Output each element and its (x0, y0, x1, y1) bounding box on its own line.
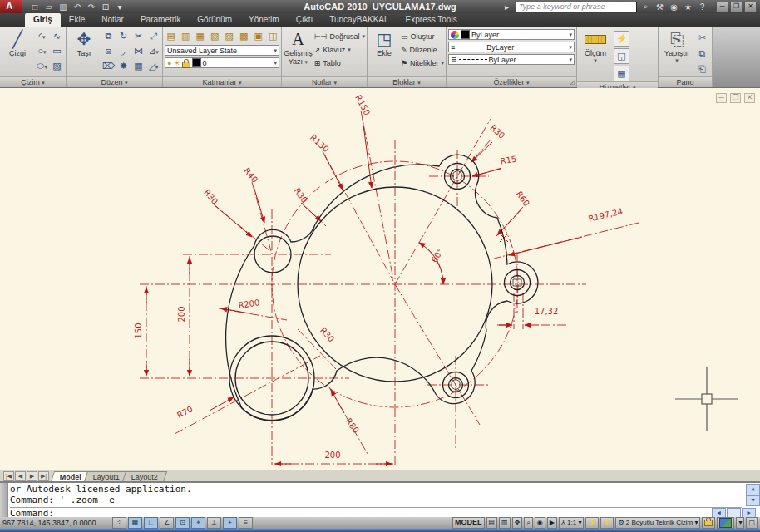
copy-clip-icon[interactable]: ⧉ (695, 47, 709, 61)
qat-dropdown-icon[interactable]: ▾ (114, 2, 126, 12)
linetype-combo[interactable]: ≣ ByLayer▾ (448, 54, 575, 65)
rectangle-icon[interactable]: ▭ (50, 44, 64, 58)
table-button[interactable]: ⊞ Tablo (314, 57, 365, 69)
subscription-icon[interactable]: ⚒ (654, 2, 665, 12)
otrack-toggle[interactable]: ⌖ (191, 517, 205, 529)
application-menu-button[interactable]: A▾ (0, 0, 22, 13)
calculator-icon[interactable]: ▦ (614, 66, 629, 81)
ellipse-icon[interactable]: ⬭▾ (35, 59, 49, 73)
last-tab-icon[interactable]: ▶| (38, 471, 49, 481)
tab-tuncaybakkal[interactable]: TuncayBAKKAL (321, 13, 397, 27)
panel-title-bloklar[interactable]: Bloklar ▾ (368, 76, 446, 87)
viewport-close-icon[interactable]: ✕ (744, 93, 755, 103)
minimize-button[interactable]: ─ (716, 2, 728, 12)
new-icon[interactable]: □ (29, 2, 41, 12)
edit-block-button[interactable]: ✎ Düzenle (401, 44, 444, 56)
layer-match-icon[interactable]: ▥ (180, 29, 193, 43)
redo-icon[interactable]: ↷ (86, 2, 97, 12)
zoom-icon[interactable]: ⌕ (524, 517, 532, 529)
create-block-button[interactable]: ▭ Oluştur (401, 31, 444, 42)
insert-block-button[interactable]: ◳ Ekle (369, 29, 399, 57)
next-tab-icon[interactable]: ▶ (27, 471, 37, 481)
autoscale-icon[interactable]: ⚡ (600, 517, 614, 529)
move-button[interactable]: ✥ Taşı (68, 29, 100, 57)
tab-yonetim[interactable]: Yönetim (240, 13, 288, 27)
quick-view-drawings-icon[interactable]: ▥ (499, 517, 511, 529)
layer-off-icon[interactable]: ▩ (238, 29, 251, 43)
layer-freeze-icon[interactable]: ▨ (223, 29, 236, 43)
cut-icon[interactable]: ✂ (695, 31, 709, 45)
linear-dimension-button[interactable]: ⊢⊣ Doğrusal▾ (314, 31, 365, 42)
stretch-icon[interactable]: ⊿▾ (146, 44, 160, 58)
osnap-toggle[interactable]: ⊡ (175, 517, 190, 529)
annotation-visibility-icon[interactable]: ⚡ (585, 517, 599, 529)
array-icon[interactable]: ▦ (131, 59, 146, 73)
layer-unlock-icon[interactable]: ◫ (267, 29, 280, 43)
drawing-area[interactable]: ─ ❐ ✕ (0, 88, 760, 470)
layer-combo[interactable]: ● ☀ 0▾ (165, 57, 279, 68)
circle-icon[interactable]: ○▾ (35, 44, 49, 58)
attributes-button[interactable]: ⚑ Nitelikler▾ (401, 57, 444, 69)
explode-icon[interactable]: ✸ (116, 59, 131, 73)
panel-title-cizim[interactable]: Çizim ▾ (0, 76, 66, 87)
steering-wheel-icon[interactable]: ◉ (535, 517, 545, 529)
viewport-minimize-icon[interactable]: ─ (716, 93, 727, 103)
close-button[interactable]: ✕ (744, 2, 757, 12)
layer-lock-icon[interactable]: ▣ (252, 29, 265, 43)
arc-icon[interactable]: ◜▾ (35, 29, 49, 43)
tab-giris[interactable]: Giriş (25, 13, 61, 27)
clean-screen-button[interactable]: ▢ (746, 517, 758, 529)
tab-parametrik[interactable]: Parametrik (132, 13, 189, 27)
panel-title-ozellikler[interactable]: Özellikler ▾◿ (447, 76, 576, 87)
tab-cikti[interactable]: Çıktı (288, 13, 322, 27)
line-button[interactable]: ╱ Çizgi (2, 29, 33, 57)
workspace-switching-button[interactable]: ⚙ 2 Boyutlu Teknik Çizim ▾ (615, 517, 700, 529)
plot-icon[interactable]: ⊞ (100, 2, 111, 12)
first-tab-icon[interactable]: |◀ (3, 471, 14, 481)
panel-title-katmanlar[interactable]: Katmanlar ▾ (163, 76, 281, 87)
snap-toggle[interactable]: ⁘ (112, 517, 126, 529)
offset-icon[interactable]: ⧈ (101, 44, 116, 58)
pan-icon[interactable]: ✥ (512, 517, 523, 529)
command-window[interactable]: or Autodesk licensed application.Command… (0, 481, 760, 519)
tab-layout2[interactable]: Layout2 (122, 471, 167, 482)
search-expand-icon[interactable]: ▸ (501, 2, 512, 12)
lineweight-combo[interactable]: ≡ ByLayer▾ (448, 42, 575, 52)
undo-icon[interactable]: ↶ (72, 2, 83, 12)
communication-center-icon[interactable]: ◉ (669, 2, 679, 12)
panel-launcher-icon[interactable]: ◿ (570, 77, 575, 87)
status-tray-icon[interactable] (717, 517, 734, 529)
paste-special-icon[interactable]: ⎗ (695, 62, 709, 76)
color-combo[interactable]: ByLayer▾ (448, 29, 575, 40)
command-window-grip[interactable] (0, 483, 8, 519)
search-input[interactable]: Type a keyword or phrase (516, 2, 637, 12)
restore-button[interactable]: ❐ (730, 2, 743, 12)
favorites-icon[interactable]: ★ (683, 2, 693, 12)
scale-icon[interactable]: ⤢ (146, 29, 160, 43)
layer-properties-icon[interactable]: ▤ (165, 29, 178, 43)
panel-title-duzen[interactable]: Düzen ▾ (67, 76, 162, 87)
tab-express-tools[interactable]: Express Tools (397, 13, 466, 27)
polar-toggle[interactable]: ∠ (160, 517, 174, 529)
open-icon[interactable]: ▱ (43, 2, 55, 12)
tab-gorunum[interactable]: Görünüm (189, 13, 240, 27)
paste-button[interactable]: ⎘ Yapıştır ▾ (660, 29, 693, 64)
toolbar-lock-icon[interactable] (702, 517, 715, 529)
viewport-restore-icon[interactable]: ❐ (730, 93, 741, 103)
dyn-toggle[interactable]: + (223, 517, 237, 529)
polyline-icon[interactable]: ∿ (50, 29, 64, 43)
fillet-icon[interactable]: ◞ (116, 44, 131, 58)
model-space-button[interactable]: MODEL (452, 517, 485, 529)
quick-view-layouts-icon[interactable]: ▤ (486, 517, 498, 529)
command-vscrollbar[interactable]: ▲ ▼ (746, 484, 758, 506)
scroll-down-icon[interactable]: ▼ (746, 495, 760, 507)
mirror-icon[interactable]: ⋈ (131, 44, 146, 58)
scroll-up-icon[interactable]: ▲ (746, 484, 760, 495)
rotate-icon[interactable]: ↻ (116, 29, 131, 43)
save-icon[interactable]: ▥ (57, 2, 69, 12)
quick-select-icon[interactable]: ⚡ (614, 31, 629, 47)
tab-notlar[interactable]: Notlar (93, 13, 132, 27)
lwt-toggle[interactable]: ≡ (239, 517, 253, 529)
copy-icon[interactable]: ⧉ (101, 29, 116, 43)
trim-icon[interactable]: ✂ (131, 29, 146, 43)
